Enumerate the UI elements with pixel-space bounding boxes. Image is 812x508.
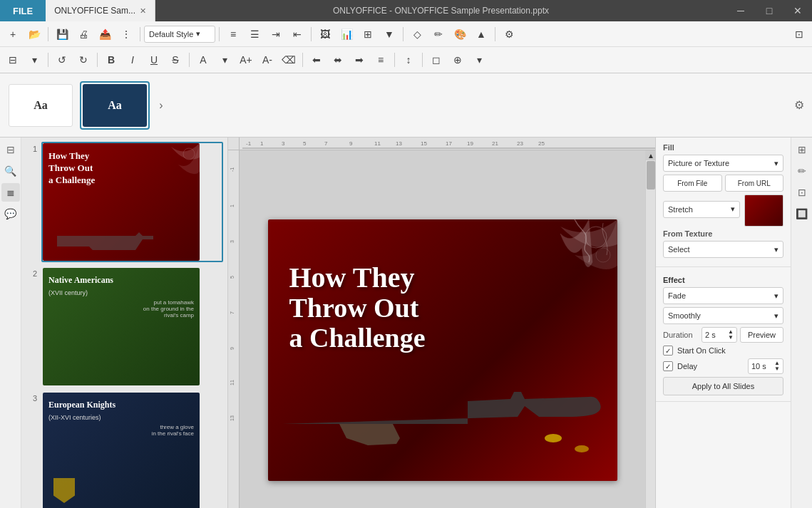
slide-layout-button[interactable]: ⊟ [3, 51, 23, 69]
underline-button[interactable]: U [144, 51, 164, 69]
draw-button[interactable]: ✏ [428, 25, 448, 43]
strikethrough-button[interactable]: S [165, 51, 185, 69]
close-tab-button[interactable]: ✕ [140, 6, 146, 16]
slide-item-1[interactable]: 1 How TheyThrow Outa Challenge [26, 142, 223, 262]
smoothly-dropdown[interactable]: Smoothly ▾ [663, 307, 783, 324]
separator3 [219, 27, 220, 41]
insert-table-button[interactable]: ⊞ [358, 25, 378, 43]
texture-select-dropdown[interactable]: Select ▾ [663, 241, 783, 258]
share-button[interactable]: 📤 [95, 25, 115, 43]
open-button[interactable]: 📂 [24, 25, 44, 43]
insert-chart-button[interactable]: 📊 [336, 25, 356, 43]
smoothly-arrow: ▾ [774, 311, 778, 321]
slide-thumb-3[interactable]: European Knights (XII-XVI centuries) thr… [41, 391, 223, 508]
preview-button[interactable]: Preview [740, 327, 783, 343]
main-slide[interactable]: How They Throw Out a Challenge [268, 219, 617, 481]
minimize-button[interactable]: ─ [726, 0, 755, 21]
font-size-inc[interactable]: A+ [236, 51, 256, 69]
insert-shape[interactable]: ◻ [426, 51, 446, 69]
insert-more-button[interactable]: ▼ [379, 25, 399, 43]
svg-text:25: 25 [538, 140, 545, 147]
save-button[interactable]: 💾 [52, 25, 72, 43]
unindent-button[interactable]: ⇤ [287, 25, 307, 43]
from-file-button[interactable]: From File [663, 175, 722, 192]
font-color-down[interactable]: ▾ [215, 51, 235, 69]
panel-toggle[interactable]: ⊡ [789, 25, 809, 43]
slide-item-2[interactable]: 2 Native Americans (XVII century) put a … [26, 266, 223, 387]
scroll-up-button[interactable]: ▲ [646, 150, 655, 160]
sidebar-comments-icon[interactable]: 💬 [1, 204, 20, 223]
list-button[interactable]: ≡ [223, 25, 243, 43]
document-tab[interactable]: ONLYOFFICE Sam... ✕ [46, 0, 155, 21]
new-button[interactable]: + [3, 25, 23, 43]
arrange2-button[interactable]: ▾ [469, 51, 489, 69]
effect-section: Effect Fade ▾ Smoothly ▾ Duration 2 s ▲ … [656, 267, 791, 402]
list2-button[interactable]: ☰ [245, 25, 264, 43]
right-sidebar-icon-1[interactable]: ⊞ [793, 140, 811, 159]
font-size-dec[interactable]: A- [257, 51, 277, 69]
scroll-thumb[interactable] [647, 161, 655, 190]
align-right[interactable]: ➡ [349, 51, 369, 69]
fill-type-dropdown[interactable]: Picture or Texture ▾ [663, 155, 783, 172]
ruler-corner [228, 138, 240, 150]
fade-value: Fade [668, 291, 686, 300]
effect-label: Effect [663, 276, 783, 284]
themes-arrow-right[interactable]: › [154, 99, 168, 112]
from-url-button[interactable]: From URL [725, 175, 784, 192]
sidebar-search-icon[interactable]: 🔍 [1, 162, 20, 180]
undo-button[interactable]: ↺ [52, 51, 72, 69]
italic-button[interactable]: I [123, 51, 143, 69]
start-on-click-row: ✓ Start On Click [663, 346, 783, 356]
line-spacing[interactable]: ↕ [399, 51, 418, 69]
slide-viewport[interactable]: How They Throw Out a Challenge [240, 150, 645, 508]
slide-item-3[interactable]: 3 European Knights (XII-XVI centuries) t… [26, 391, 223, 508]
stretch-dropdown[interactable]: Stretch ▾ [663, 201, 740, 218]
duration-input[interactable]: 2 s ▲ ▼ [701, 327, 737, 343]
align-center[interactable]: ⬌ [328, 51, 348, 69]
font-color-button[interactable]: A [193, 51, 213, 69]
align-left[interactable]: ⬅ [307, 51, 327, 69]
fade-dropdown[interactable]: Fade ▾ [663, 287, 783, 304]
theme-plain[interactable]: Aa [6, 81, 76, 130]
shapes-button[interactable]: ◇ [407, 25, 427, 43]
restore-button[interactable]: □ [755, 0, 783, 21]
close-button[interactable]: ✕ [783, 0, 812, 21]
svg-text:5: 5 [230, 276, 235, 279]
arrange-button[interactable]: ⊕ [448, 51, 468, 69]
duration-value: 2 s [705, 331, 716, 339]
color2-button[interactable]: ▲ [471, 25, 491, 43]
svg-text:-1: -1 [246, 140, 252, 147]
duration-spinner[interactable]: ▲ ▼ [728, 329, 734, 341]
sidebar-slides-icon[interactable]: ⊟ [1, 140, 20, 159]
slide-thumb-2[interactable]: Native Americans (XVII century) put a to… [41, 266, 223, 387]
sidebar-panel-icon[interactable]: ≣ [1, 183, 20, 202]
color-button[interactable]: 🎨 [450, 25, 470, 43]
indent-button[interactable]: ⇥ [266, 25, 286, 43]
bold-button[interactable]: B [101, 51, 121, 69]
vertical-scrollbar[interactable]: ▲ ▼ [645, 150, 655, 508]
style-dropdown[interactable]: Default Style ▾ [144, 26, 215, 43]
right-sidebar-icon-4[interactable]: 🔲 [793, 204, 811, 223]
redo-button[interactable]: ↻ [73, 51, 93, 69]
apply-all-button[interactable]: Apply to All Slides [663, 377, 783, 395]
delay-spinner[interactable]: ▲ ▼ [774, 361, 780, 372]
settings-button[interactable]: ⚙ [499, 25, 519, 43]
align-justify[interactable]: ≡ [371, 51, 391, 69]
slide-layout2-button[interactable]: ▾ [24, 51, 44, 69]
start-on-click-checkbox[interactable]: ✓ [663, 346, 673, 356]
more-button[interactable]: ⋮ [116, 25, 136, 43]
scroll-track[interactable] [646, 160, 655, 508]
print-button[interactable]: 🖨 [73, 25, 93, 43]
right-sidebar-icon-3[interactable]: ⊡ [793, 183, 811, 202]
content-area: -1 1 3 5 7 9 11 13 15 17 19 21 23 25 [228, 138, 655, 508]
file-button[interactable]: FILE [0, 0, 46, 21]
delay-checkbox[interactable]: ✓ [663, 361, 673, 371]
slide-thumb-1[interactable]: How TheyThrow Outa Challenge [41, 142, 223, 262]
themes-settings-icon[interactable]: ⚙ [792, 98, 806, 112]
theme-dark[interactable]: Aa [80, 81, 150, 130]
delay-input[interactable]: 10 s ▲ ▼ [748, 358, 783, 374]
insert-image-button[interactable]: 🖼 [315, 25, 335, 43]
slide-num-1: 1 [26, 145, 37, 153]
right-sidebar-icon-2[interactable]: ✏ [793, 162, 811, 180]
clear-format[interactable]: ⌫ [279, 51, 299, 69]
